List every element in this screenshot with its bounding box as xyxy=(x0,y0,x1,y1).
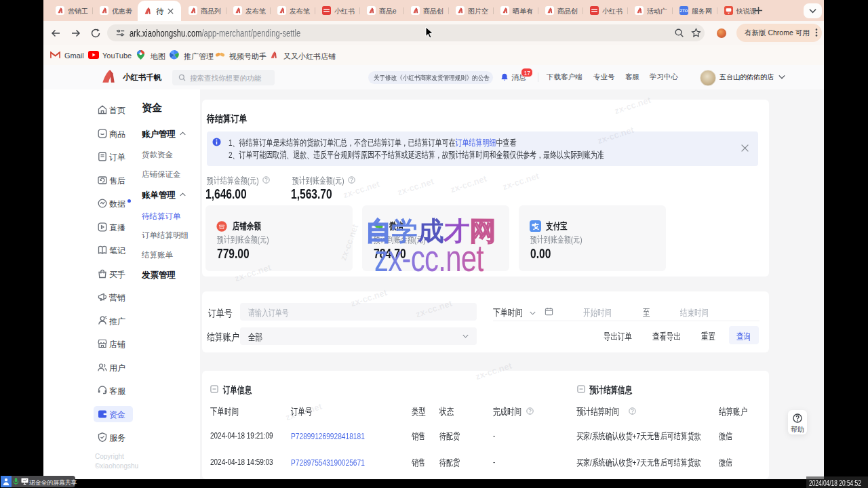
svg-text:ZTO: ZTO xyxy=(680,9,688,13)
